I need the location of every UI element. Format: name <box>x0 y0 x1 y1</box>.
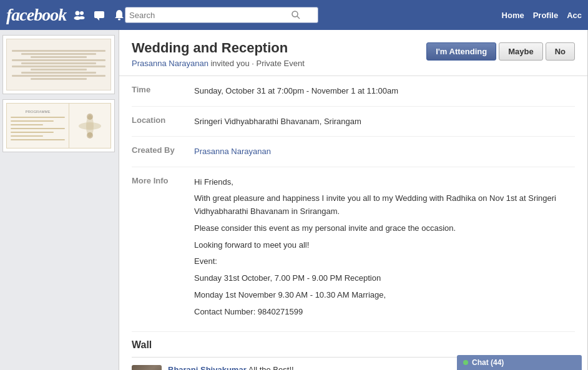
event-label: Event: <box>194 255 575 268</box>
search-box <box>125 7 318 23</box>
greeting: Hi Friends, <box>194 176 575 189</box>
svg-marker-5 <box>97 18 99 21</box>
more-info-row: More Info Hi Friends, With great pleasur… <box>132 167 575 332</box>
time-row: Time Sunday, October 31 at 7:00pm - Nove… <box>132 76 575 107</box>
post-text: All the Best!! <box>248 365 294 370</box>
invited-by-name[interactable]: Prasanna Narayanan <box>132 59 208 68</box>
contact: Contact Number: 9840271599 <box>194 306 575 319</box>
created-by-value[interactable]: Prasanna Narayanan <box>194 145 271 158</box>
search-button[interactable] <box>292 11 300 19</box>
search-area <box>125 7 502 23</box>
svg-point-12 <box>87 132 93 139</box>
more-info-label: More Info <box>132 176 194 185</box>
floral-decoration-icon <box>77 110 102 142</box>
body1: With great pleasure and happiness I invi… <box>194 192 575 218</box>
created-by-row: Created By Prasanna Narayanan <box>132 137 575 167</box>
avatar <box>132 365 162 370</box>
search-input[interactable] <box>129 11 292 20</box>
svg-point-10 <box>79 122 101 130</box>
rsvp-buttons: I'm Attending Maybe No <box>426 40 575 61</box>
event-subtitle: Prasanna Narayanan invited you · Private… <box>132 59 305 68</box>
body3: Looking forward to meet you all! <box>194 239 575 252</box>
location-value: Sringeri Vidhyabharathi Bhavanam, Sriran… <box>194 115 361 128</box>
event-title-area: Wedding and Reception Prasanna Narayanan… <box>132 40 305 68</box>
created-by-label: Created By <box>132 145 194 155</box>
svg-point-3 <box>79 16 85 19</box>
friends-icon[interactable] <box>72 8 86 22</box>
messages-icon[interactable] <box>92 8 106 22</box>
svg-line-8 <box>297 16 300 19</box>
svg-point-2 <box>80 11 84 15</box>
svg-rect-4 <box>94 11 104 18</box>
svg-point-0 <box>76 11 80 16</box>
profile-link[interactable]: Profile <box>533 11 558 20</box>
home-link[interactable]: Home <box>502 11 524 20</box>
svg-point-11 <box>87 114 93 120</box>
no-button[interactable]: No <box>546 42 575 61</box>
maybe-button[interactable]: Maybe <box>499 42 542 61</box>
svg-point-7 <box>292 11 298 17</box>
chat-widget: Chat (44) <box>457 355 582 370</box>
poster-name[interactable]: Bharani Shivakumar <box>168 365 247 370</box>
sidebar-image-card-2[interactable]: PROGRAMME <box>2 99 115 152</box>
logo-area: facebook <box>6 5 125 25</box>
invite-text: invited you · Private Event <box>210 59 304 68</box>
notifications-icon[interactable] <box>112 8 126 22</box>
event-line2: Monday 1st November 9.30 AM - 10.30 AM M… <box>194 289 575 302</box>
nav-right: Home Profile Acc <box>502 11 582 20</box>
sidebar-image-card-1[interactable] <box>2 35 115 94</box>
location-row: Location Sringeri Vidhyabharathi Bhavana… <box>132 107 575 137</box>
avatar-image <box>132 365 162 370</box>
chat-header[interactable]: Chat (44) <box>457 355 582 370</box>
time-label: Time <box>132 85 194 94</box>
wedding-card-image-1 <box>6 39 111 90</box>
location-label: Location <box>132 115 194 125</box>
chat-label: Chat (44) <box>472 358 504 367</box>
main-layout: PROGRAMME <box>0 30 588 370</box>
body2: Please consider this event as my persona… <box>194 222 575 235</box>
account-link[interactable]: Acc <box>567 11 582 20</box>
facebook-logo[interactable]: facebook <box>6 5 66 25</box>
svg-point-6 <box>118 19 120 21</box>
chat-online-dot <box>463 360 468 365</box>
event-header: Wedding and Reception Prasanna Narayanan… <box>119 30 587 76</box>
content-area: Wedding and Reception Prasanna Narayanan… <box>119 30 588 370</box>
top-navigation: facebook <box>0 0 588 30</box>
event-line1: Sunday 31st October, 7.00 PM - 9.00 PM R… <box>194 272 575 285</box>
sidebar: PROGRAMME <box>0 30 119 370</box>
search-icon <box>292 11 300 19</box>
event-title: Wedding and Reception <box>132 40 305 56</box>
attending-button[interactable]: I'm Attending <box>426 42 496 61</box>
wedding-card-image-2: PROGRAMME <box>6 103 111 148</box>
more-info-value: Hi Friends, With great pleasure and happ… <box>194 176 575 323</box>
event-details: Time Sunday, October 31 at 7:00pm - Nove… <box>119 76 587 332</box>
time-value: Sunday, October 31 at 7:00pm - November … <box>194 85 398 97</box>
